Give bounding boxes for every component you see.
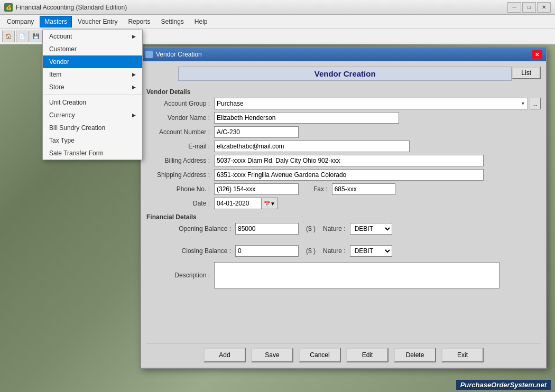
- toolbar-btn-2[interactable]: 📄: [16, 31, 29, 42]
- menu-item-vendor[interactable]: Vendor: [43, 55, 142, 68]
- email-row: E-mail :: [146, 141, 541, 152]
- date-row: Date : 📅▼: [146, 198, 541, 209]
- billing-address-row: Billing Address :: [146, 155, 541, 166]
- account-number-input[interactable]: [214, 126, 299, 138]
- closing-balance-input[interactable]: [235, 245, 299, 257]
- account-group-row: Account Group : Purchase ▼ …: [146, 98, 541, 109]
- dialog-body: Vendor Creation List Vendor Details Acco…: [141, 61, 546, 368]
- maximize-button[interactable]: □: [522, 2, 536, 13]
- email-input[interactable]: [214, 141, 410, 152]
- phone-label: Phone No. :: [146, 185, 210, 193]
- menu-item-unit-creation[interactable]: Unit Creation: [43, 96, 142, 109]
- opening-currency-label: ($ ): [306, 225, 316, 232]
- delete-button[interactable]: Delete: [394, 348, 436, 362]
- save-button[interactable]: Save: [251, 348, 293, 362]
- date-label: Date :: [146, 200, 210, 207]
- account-group-value: Purchase: [217, 100, 244, 107]
- menu-company[interactable]: Company: [2, 16, 39, 27]
- description-row: Description :: [146, 262, 541, 288]
- menu-voucher-entry[interactable]: Voucher Entry: [73, 16, 122, 27]
- currency-arrow-icon: ▶: [132, 113, 136, 118]
- store-arrow-icon: ▶: [132, 85, 136, 90]
- description-textarea[interactable]: [214, 262, 500, 288]
- account-arrow-icon: ▶: [132, 34, 136, 39]
- date-input[interactable]: [214, 198, 262, 209]
- opening-balance-input[interactable]: [235, 223, 299, 235]
- opening-nature-select[interactable]: DEBIT CREDIT: [350, 223, 392, 235]
- masters-dropdown: Account ▶ Customer Vendor Item ▶ Store ▶…: [42, 30, 143, 160]
- vendor-name-input[interactable]: [214, 112, 399, 124]
- opening-nature-label: Nature :: [323, 225, 346, 232]
- account-group-container: Purchase ▼ …: [214, 98, 541, 109]
- app-title: Financial Accounting (Standard Edition): [16, 4, 127, 11]
- toolbar-btn-3[interactable]: 💾: [30, 31, 42, 42]
- account-group-browse-button[interactable]: …: [529, 98, 541, 109]
- menu-item-currency[interactable]: Currency ▶: [43, 109, 142, 122]
- financial-details-header: Financial Details: [146, 213, 541, 221]
- opening-balance-row: Opening Balance : ($ ) Nature : DEBIT CR…: [146, 223, 541, 235]
- fax-input[interactable]: [332, 183, 395, 195]
- phone-input[interactable]: [214, 183, 299, 195]
- account-group-label: Account Group :: [146, 100, 210, 107]
- email-label: E-mail :: [146, 143, 210, 150]
- vendor-name-label: Vendor Name :: [146, 114, 210, 122]
- cancel-button[interactable]: Cancel: [299, 348, 341, 362]
- menu-item-tax-type[interactable]: Tax Type: [43, 134, 142, 147]
- app-icon: 💰: [4, 3, 13, 12]
- billing-address-label: Billing Address :: [146, 157, 210, 164]
- date-picker-button[interactable]: 📅▼: [262, 198, 278, 209]
- menu-reports[interactable]: Reports: [123, 16, 155, 27]
- branding-text: PurchaseOrderSystem.net: [456, 380, 551, 390]
- list-button[interactable]: List: [512, 67, 541, 79]
- dialog-title-text: Vendor Creation: [156, 51, 202, 58]
- edit-button[interactable]: Edit: [346, 348, 388, 362]
- vendor-details-header: Vendor Details: [146, 88, 541, 96]
- dialog-close-button[interactable]: ✕: [532, 50, 542, 59]
- menu-item-customer[interactable]: Customer: [43, 43, 142, 55]
- menu-item-account[interactable]: Account ▶: [43, 30, 142, 43]
- fax-label: Fax :: [313, 185, 328, 193]
- shipping-address-input[interactable]: [214, 169, 484, 181]
- financial-details-form: Opening Balance : ($ ) Nature : DEBIT CR…: [146, 223, 541, 257]
- closing-balance-row: Closing Balance : ($ ) Nature : DEBIT CR…: [146, 245, 541, 257]
- shipping-address-label: Shipping Address :: [146, 171, 210, 179]
- opening-balance-label: Opening Balance :: [157, 225, 231, 232]
- dialog-footer: Add Save Cancel Edit Delete Exit: [146, 343, 541, 362]
- description-label: Description :: [146, 272, 210, 279]
- vendor-creation-dialog: Vendor Creation ✕ Vendor Creation List V…: [140, 46, 547, 369]
- minimize-button[interactable]: ─: [507, 2, 521, 13]
- dialog-title-bar: Vendor Creation ✕: [141, 48, 546, 61]
- form-title: Vendor Creation: [178, 67, 512, 81]
- billing-address-input[interactable]: [214, 155, 484, 166]
- toolbar-btn-1[interactable]: 🏠: [2, 31, 15, 42]
- close-button[interactable]: ✕: [537, 2, 551, 13]
- menu-settings[interactable]: Settings: [156, 16, 188, 27]
- vendor-name-row: Vendor Name :: [146, 112, 541, 124]
- shipping-address-row: Shipping Address :: [146, 169, 541, 181]
- menu-item-item[interactable]: Item ▶: [43, 68, 142, 81]
- menu-item-sale-transfer[interactable]: Sale Transfer Form: [43, 147, 142, 160]
- vendor-details-form: Account Group : Purchase ▼ … Vendor Name…: [146, 98, 541, 209]
- menu-item-bill-sundry[interactable]: Bill Sundry Creation: [43, 122, 142, 134]
- item-arrow-icon: ▶: [132, 72, 136, 77]
- add-button[interactable]: Add: [204, 348, 246, 362]
- account-number-label: Account Number :: [146, 128, 210, 136]
- exit-button[interactable]: Exit: [441, 348, 484, 362]
- menu-item-store[interactable]: Store ▶: [43, 81, 142, 94]
- closing-balance-label: Closing Balance :: [157, 247, 231, 255]
- date-container: 📅▼: [214, 198, 278, 209]
- menu-divider: [43, 95, 142, 95]
- menu-masters[interactable]: Masters: [40, 16, 72, 27]
- dialog-header-row: Vendor Creation List: [146, 67, 541, 81]
- menu-help[interactable]: Help: [190, 16, 212, 27]
- window-controls: ─ □ ✕: [507, 2, 551, 13]
- phone-fax-row: Phone No. : Fax :: [146, 183, 541, 195]
- account-group-dropdown[interactable]: Purchase ▼: [214, 98, 528, 109]
- dialog-icon: [145, 51, 153, 58]
- closing-nature-label: Nature :: [323, 247, 346, 255]
- title-bar: 💰 Financial Accounting (Standard Edition…: [0, 0, 555, 15]
- menu-bar: Company Masters Voucher Entry Reports Se…: [0, 15, 555, 29]
- closing-nature-select[interactable]: DEBIT CREDIT: [350, 245, 392, 257]
- closing-currency-label: ($ ): [306, 247, 316, 255]
- account-group-arrow-icon: ▼: [521, 101, 525, 106]
